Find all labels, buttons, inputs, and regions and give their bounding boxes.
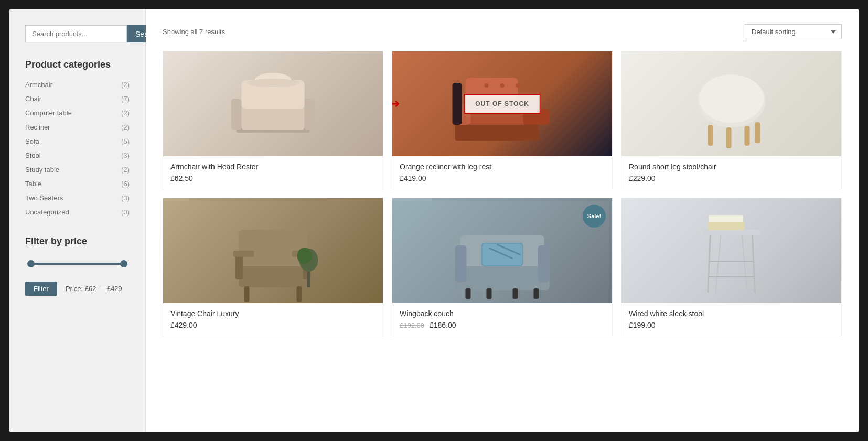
product-name-2: Orange recliner with leg rest [400,163,605,171]
product-name-1: Armchair with Head Rester [170,163,376,171]
category-name: Armchair [25,81,52,89]
svg-point-6 [247,79,299,87]
svg-rect-35 [455,245,467,282]
product-info-5: Wingback couch £192.00 £186.00 [392,303,612,336]
product-image-svg-3 [621,51,841,156]
svg-rect-28 [244,286,250,302]
category-item-study-table[interactable]: Study table (2) [25,163,130,177]
product-categories-section: Product categories Armchair (2) Chair (7… [25,59,130,219]
product-info-3: Round short leg stool/chair £229.00 [621,156,841,189]
product-image-wrapper-5: Sale! [392,198,612,303]
product-info-1: Armchair with Head Rester £62.50 [163,156,383,189]
category-name: Computer table [25,109,72,117]
categories-title: Product categories [25,59,130,70]
product-card-2[interactable]: OUT OF STOCK ➜ Orange recliner with leg … [392,51,613,189]
search-bar: Search [25,25,130,42]
svg-point-32 [297,248,312,264]
product-price-6: £199.00 [629,321,834,329]
product-card-1[interactable]: Armchair with Head Rester £62.50 [163,51,383,189]
category-count: (2) [121,81,130,89]
price-range-text: Price: £62 — £429 [66,285,122,293]
price-slider-thumb-max[interactable] [120,260,127,267]
sort-select[interactable]: Default sorting Sort by popularity Sort … [745,24,842,39]
svg-rect-42 [487,288,492,299]
product-image-wrapper-6 [621,198,841,303]
svg-rect-36 [538,245,550,282]
product-price-2: £419.00 [400,174,605,182]
category-name: Uncategorized [25,208,69,216]
product-price-4: £429.00 [170,321,376,329]
svg-point-13 [500,83,505,88]
product-image-svg-1 [163,51,383,156]
arrow-indicator: ➜ [392,97,400,111]
category-count: (7) [121,95,130,103]
product-card-5[interactable]: Sale! Wingback couch £192.00 £186.00 [392,198,613,336]
svg-line-49 [753,235,755,293]
product-name-3: Round short leg stool/chair [629,163,834,171]
svg-rect-24 [235,253,243,279]
svg-rect-44 [534,288,539,299]
category-item-table[interactable]: Table (6) [25,177,130,191]
product-image-svg-6 [621,198,841,303]
product-info-2: Orange recliner with leg rest £419.00 [392,156,612,189]
price-slider-track [27,263,127,265]
product-image-svg-5 [392,198,612,303]
svg-line-48 [708,235,711,293]
category-count: (3) [121,152,130,159]
svg-rect-18 [708,125,713,146]
svg-point-14 [516,83,520,88]
product-image-svg-4 [163,198,383,303]
product-name-6: Wired white sleek stool [629,309,834,318]
category-item-computer-table[interactable]: Computer table (2) [25,106,130,120]
main-content: Showing all 7 results Default sorting So… [146,9,859,432]
svg-rect-19 [726,127,732,148]
product-card-6[interactable]: Wired white sleek stool £199.00 [621,198,842,336]
category-name: Two Seaters [25,194,63,202]
category-item-stool[interactable]: Stool (3) [25,148,130,163]
category-item-uncategorized[interactable]: Uncategorized (0) [25,205,130,219]
product-card-3[interactable]: Round short leg stool/chair £229.00 [621,51,842,189]
price-slider-thumb-min[interactable] [27,260,35,267]
category-item-two-seaters[interactable]: Two Seaters (3) [25,191,130,205]
category-name: Sofa [25,137,39,145]
products-grid: Armchair with Head Rester £62.50 [163,51,842,336]
sale-badge-5: Sale! [583,205,606,228]
search-input[interactable] [25,25,127,42]
product-image-wrapper-1 [163,51,383,156]
product-card-4[interactable]: Vintage Chair Luxury £429.00 [163,198,383,336]
price-slider[interactable] [25,254,130,273]
product-image-wrapper-3 [621,51,841,156]
category-item-sofa[interactable]: Sofa (5) [25,134,130,148]
svg-rect-43 [513,288,518,299]
svg-rect-21 [755,122,760,143]
filter-by-price-section: Filter by price Filter Price: £62 — £429 [25,236,130,296]
svg-point-12 [485,83,489,88]
product-price-5: £192.00 £186.00 [400,321,605,329]
product-info-4: Vintage Chair Luxury £429.00 [163,303,383,336]
category-count: (2) [121,166,130,174]
out-of-stock-badge: OUT OF STOCK [464,94,540,114]
product-price-3: £229.00 [629,174,834,182]
category-count: (5) [121,137,130,145]
category-count: (0) [121,208,130,216]
category-item-armchair[interactable]: Armchair (2) [25,78,130,92]
svg-rect-15 [453,83,462,125]
svg-rect-29 [297,286,302,302]
svg-rect-20 [745,126,750,146]
category-item-chair[interactable]: Chair (7) [25,92,130,106]
svg-rect-23 [239,230,307,266]
category-name: Recliner [25,123,50,131]
filter-title: Filter by price [25,236,130,247]
product-name-5: Wingback couch [400,309,605,318]
svg-rect-47 [709,215,743,222]
svg-rect-41 [466,288,471,299]
filter-row: Filter Price: £62 — £429 [25,282,130,296]
product-price-1: £62.50 [170,174,376,182]
sidebar: Search Product categories Armchair (2) C… [9,9,146,432]
category-count: (2) [121,109,130,117]
filter-button[interactable]: Filter [25,282,57,296]
category-item-recliner[interactable]: Recliner (2) [25,120,130,134]
product-name-4: Vintage Chair Luxury [170,309,376,318]
category-name: Chair [25,95,41,103]
category-name: Stool [25,152,41,159]
